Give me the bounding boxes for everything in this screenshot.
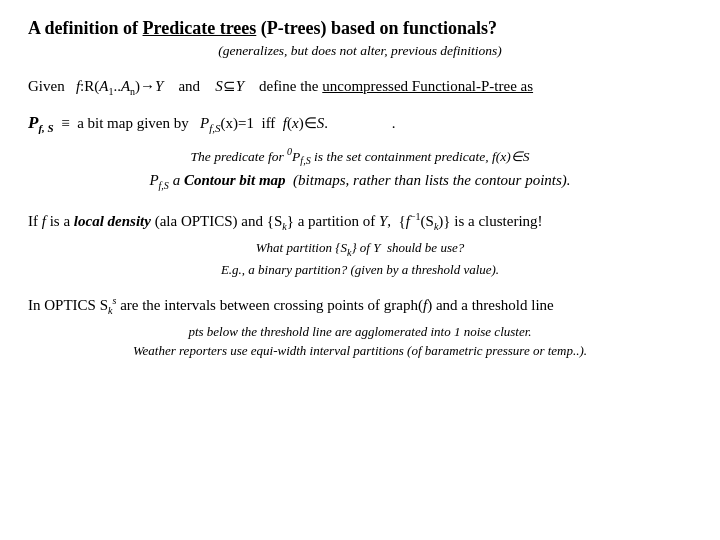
subtitle: (generalizes, but does not alter, previo… [28, 43, 692, 59]
local-density-note: What partition {Sk} of Y should be use? … [28, 238, 692, 279]
page-title: A definition of Predicate trees (P-trees… [28, 18, 692, 39]
optics-note: pts below the threshold line are agglome… [28, 322, 692, 361]
title-underline: Predicate trees [143, 18, 257, 38]
given-line: Given f:R(A1..An)→Y and S⊆Y define the u… [28, 75, 692, 99]
pfs-definition-line: Pf, S ≡ a bit map given by Pf,S(x)=1 iff… [28, 109, 692, 138]
contour-line: Pf,S a Contour bit map (bitmaps, rather … [28, 172, 692, 191]
predicate-note: The predicate for 0Pf,S is the set conta… [28, 146, 692, 166]
local-density-line: If f is a local density (ala OPTICS) and… [28, 209, 692, 235]
optics-line: In OPTICS Sks are the intervals between … [28, 293, 692, 319]
title-suffix: (P-trees) based on functionals? [256, 18, 497, 38]
title-prefix: A definition of [28, 18, 143, 38]
